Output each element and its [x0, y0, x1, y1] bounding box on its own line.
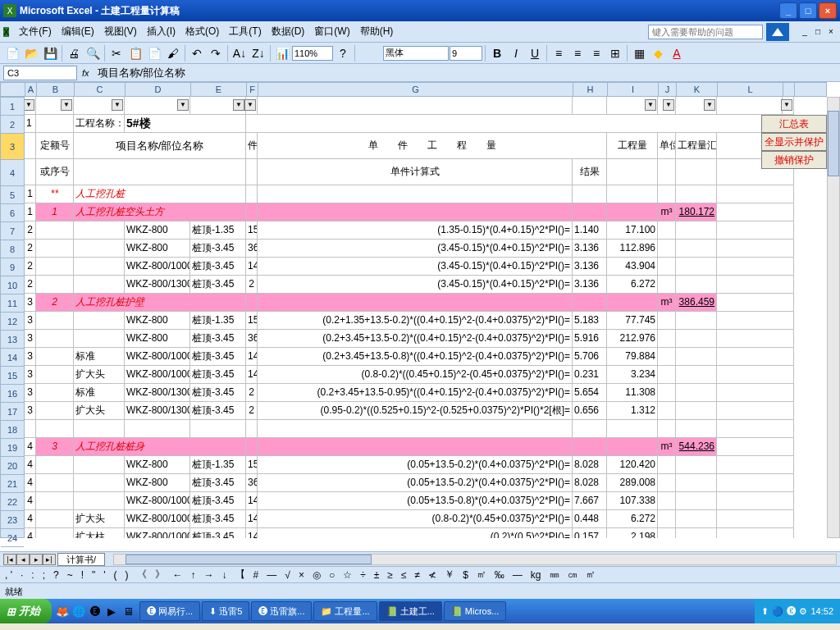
save-button[interactable]: 💾: [41, 44, 59, 62]
cell[interactable]: 7.667: [573, 492, 607, 510]
symbol-btn[interactable]: ≥: [387, 569, 393, 581]
cell[interactable]: [717, 492, 794, 510]
row-header[interactable]: 12: [1, 313, 24, 331]
symbol-btn[interactable]: !: [81, 569, 84, 581]
horizontal-scrollbar[interactable]: [113, 554, 837, 565]
menu-window[interactable]: 窗口(W): [309, 23, 354, 40]
cell[interactable]: 4: [25, 492, 36, 510]
taskbar-item[interactable]: 🅔 网易行...: [139, 601, 200, 621]
tab-prev[interactable]: ◂: [16, 554, 30, 565]
cell[interactable]: [676, 366, 717, 384]
cell[interactable]: [36, 312, 74, 330]
filter-arrow[interactable]: ▼: [177, 99, 189, 111]
row-header[interactable]: 22: [1, 493, 24, 511]
symbol-btn[interactable]: :: [31, 569, 34, 581]
filter-arrow[interactable]: ▼: [112, 99, 123, 111]
cell[interactable]: 工程量汇总: [676, 133, 717, 159]
cell[interactable]: [717, 240, 794, 258]
sort-asc-button[interactable]: A↓: [231, 44, 249, 62]
cell[interactable]: [676, 330, 717, 348]
cell[interactable]: [717, 348, 794, 366]
symbol-btn[interactable]: (: [114, 569, 117, 581]
cell[interactable]: [36, 276, 74, 294]
menu-data[interactable]: 数据(D): [267, 23, 310, 40]
row-header[interactable]: 9: [1, 258, 24, 276]
paste-button[interactable]: 📄: [145, 44, 163, 62]
cell[interactable]: [717, 221, 794, 240]
row-header[interactable]: 17: [1, 403, 24, 421]
col-header[interactable]: E: [191, 83, 247, 96]
cell[interactable]: [717, 456, 794, 474]
cell[interactable]: 180.172: [676, 203, 717, 221]
cell[interactable]: 桩顶-3.45: [190, 276, 246, 294]
row-header[interactable]: 10: [1, 276, 24, 294]
chart-button[interactable]: 📊: [273, 44, 291, 62]
format-painter-button[interactable]: 🖌: [164, 44, 182, 62]
cell[interactable]: [36, 528, 74, 538]
cell[interactable]: [658, 348, 676, 366]
symbol-btn[interactable]: ㎝: [568, 568, 578, 582]
cell[interactable]: [36, 330, 74, 348]
symbol-btn[interactable]: ÷: [360, 569, 366, 581]
symbol-btn[interactable]: ↑: [191, 569, 196, 581]
cell[interactable]: [717, 330, 794, 348]
ql-icon[interactable]: 🅔: [88, 604, 103, 619]
ql-icon[interactable]: 🦊: [55, 604, 70, 619]
cell[interactable]: 5.916: [573, 330, 607, 348]
cell[interactable]: 人工挖孔桩: [74, 185, 246, 203]
cell[interactable]: [74, 240, 125, 258]
doc-close[interactable]: ×: [825, 26, 837, 38]
cell[interactable]: [676, 402, 717, 420]
cell[interactable]: [74, 456, 125, 474]
cell[interactable]: [676, 456, 717, 474]
cell[interactable]: 单位: [658, 133, 676, 159]
cell[interactable]: 桩顶-3.45: [190, 258, 246, 276]
cell[interactable]: [258, 203, 573, 221]
cell[interactable]: (3.45-0.15)*(0.4+0.15)^2*PI()=: [258, 258, 573, 276]
new-button[interactable]: 📄: [3, 44, 21, 62]
cell[interactable]: [717, 185, 794, 203]
cell[interactable]: 3: [25, 402, 36, 420]
minimize-button[interactable]: _: [779, 2, 797, 19]
cell[interactable]: [676, 276, 717, 294]
close-button[interactable]: ×: [819, 2, 837, 19]
col-header[interactable]: [783, 83, 795, 96]
menu-format[interactable]: 格式(O): [180, 23, 224, 40]
tab-next[interactable]: ▸: [30, 554, 43, 565]
cell[interactable]: 桩顶-3.45: [190, 474, 246, 492]
row-header[interactable]: 4: [1, 160, 24, 186]
cell[interactable]: WKZ-800/1000: [125, 528, 190, 538]
tray-icon[interactable]: ⚙: [799, 606, 807, 617]
copy-button[interactable]: 📋: [126, 44, 144, 62]
cell[interactable]: WKZ-800/1000: [125, 348, 190, 366]
cell[interactable]: [658, 366, 676, 384]
cell[interactable]: 人工挖孔桩桩身: [74, 438, 246, 456]
cell[interactable]: 人工挖孔桩护壁: [74, 294, 246, 312]
cell[interactable]: [658, 276, 676, 294]
cell[interactable]: [658, 420, 676, 438]
cell[interactable]: 3: [36, 438, 74, 456]
cell[interactable]: [607, 159, 658, 185]
menu-tools[interactable]: 工具(T): [224, 23, 266, 40]
symbol-btn[interactable]: ": [92, 569, 95, 581]
cell[interactable]: [658, 528, 676, 538]
cell[interactable]: WKZ-800/1300: [125, 384, 190, 402]
cell[interactable]: (0.05+13.5-0.8)*(0.4+0.0375)^2*PI()=: [258, 492, 573, 510]
cell[interactable]: [676, 492, 717, 510]
cell[interactable]: [74, 330, 125, 348]
cell[interactable]: 3.136: [573, 276, 607, 294]
cell[interactable]: [658, 510, 676, 528]
tray-icon[interactable]: ⬆: [761, 606, 769, 617]
cell[interactable]: 386.459: [676, 294, 717, 312]
cell[interactable]: [25, 159, 36, 185]
cell[interactable]: 4: [25, 474, 36, 492]
cell[interactable]: 0.231: [573, 366, 607, 384]
cell[interactable]: 桩顶-3.45: [190, 384, 246, 402]
symbol-btn[interactable]: ): [126, 569, 129, 581]
filter-arrow[interactable]: ▼: [645, 99, 656, 111]
cell[interactable]: [717, 294, 794, 312]
cell[interactable]: [676, 185, 717, 203]
cell[interactable]: [658, 384, 676, 402]
cell[interactable]: 5.183: [573, 312, 607, 330]
col-header[interactable]: K: [677, 83, 718, 96]
